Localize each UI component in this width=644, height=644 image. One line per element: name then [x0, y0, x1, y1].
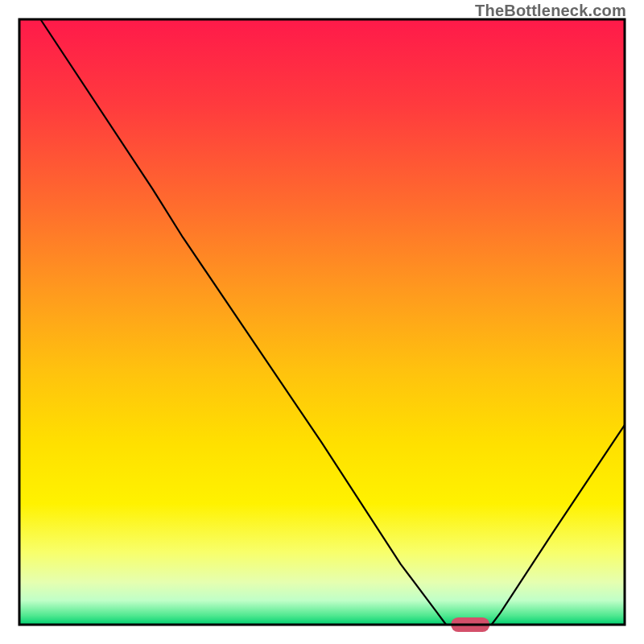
- chart-svg: [0, 0, 644, 644]
- plot-background: [19, 19, 625, 625]
- watermark-label: TheBottleneck.com: [475, 2, 626, 20]
- bottleneck-chart: TheBottleneck.com: [0, 0, 644, 644]
